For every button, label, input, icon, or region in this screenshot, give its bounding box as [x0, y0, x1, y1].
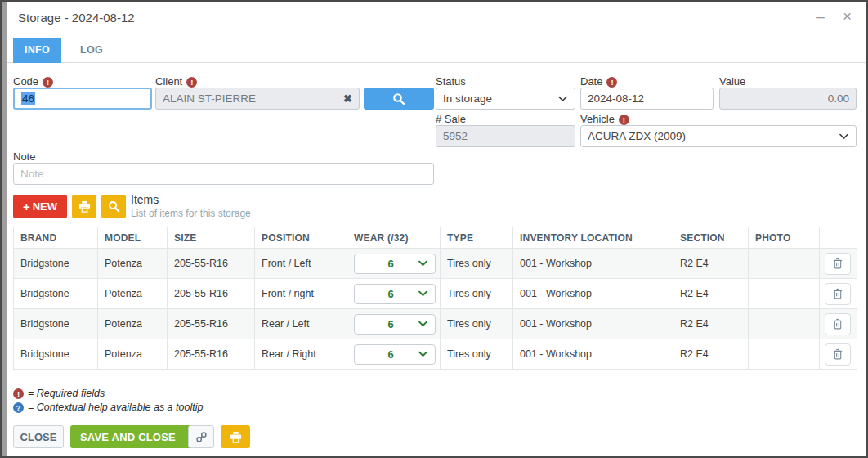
section-cell: R2 E4: [673, 309, 749, 339]
trash-icon: [833, 348, 843, 360]
type-cell: Tires only: [441, 309, 513, 339]
printer-icon: [78, 200, 91, 213]
items-subheading: List of items for this storage: [131, 208, 251, 219]
search-icon: [392, 92, 405, 106]
column-header: SIZE: [168, 227, 255, 249]
photo-cell: [749, 309, 820, 339]
wear-select[interactable]: 6: [354, 284, 436, 304]
photo-cell: [749, 279, 820, 309]
vehicle-value: ACURA ZDX (2009): [588, 130, 686, 142]
print-button[interactable]: [221, 425, 250, 448]
client-search-button[interactable]: [364, 88, 434, 110]
column-header: BRAND: [14, 227, 98, 249]
note-input[interactable]: [13, 163, 434, 185]
close-icon[interactable]: ×: [843, 8, 852, 25]
action-cell: [820, 279, 857, 309]
inventory-location-cell: 001 - Workshop: [513, 339, 673, 370]
status-select[interactable]: In storage: [436, 88, 575, 110]
help-icon: ?: [13, 402, 24, 413]
items-table: BRANDMODELSIZEPOSITIONWEAR (/32)TYPEINVE…: [13, 227, 857, 370]
trash-icon: [833, 318, 843, 330]
wear-select[interactable]: 6: [354, 314, 436, 335]
trash-icon: [833, 288, 843, 299]
close-button[interactable]: CLOSE: [13, 425, 64, 448]
delete-item-button[interactable]: [825, 313, 851, 335]
link-icon: [195, 431, 208, 443]
brand-cell: Bridgstone: [14, 309, 98, 339]
wear-value: 6: [387, 258, 393, 270]
new-item-button[interactable]: + NEW: [13, 195, 67, 218]
type-cell: Tires only: [441, 249, 513, 279]
brand-cell: Bridgstone: [14, 279, 98, 309]
wear-cell: 6: [347, 279, 441, 309]
section-cell: R2 E4: [673, 279, 749, 309]
sale-input[interactable]: 5952: [436, 125, 575, 147]
code-input[interactable]: 46: [13, 88, 152, 110]
wear-cell: 6: [347, 339, 441, 370]
section-cell: R2 E4: [673, 339, 749, 370]
wear-cell: 6: [347, 309, 441, 339]
photo-cell: [749, 339, 820, 370]
position-cell: Rear / Right: [255, 339, 347, 370]
size-cell: 205-55-R16: [168, 309, 255, 339]
value-value: 0.00: [828, 92, 849, 105]
tabs-divider: [7, 62, 866, 63]
items-table-head-row: BRANDMODELSIZEPOSITIONWEAR (/32)TYPEINVE…: [14, 227, 857, 249]
wear-select[interactable]: 6: [354, 254, 436, 274]
trash-icon: [833, 258, 843, 269]
action-cell: [820, 309, 857, 339]
chevron-down-icon: [418, 291, 427, 297]
size-cell: 205-55-R16: [168, 339, 255, 370]
code-value-selected-text: 46: [21, 92, 35, 105]
search-icon: [108, 200, 120, 213]
dialog-title: Storage - 2024-08-12: [18, 11, 135, 25]
size-cell: 205-55-R16: [168, 249, 255, 279]
status-value: In storage: [443, 92, 492, 105]
minimize-icon[interactable]: –: [816, 8, 825, 25]
chevron-down-icon: [558, 96, 567, 101]
code-label: Code!: [13, 75, 53, 88]
vehicle-select[interactable]: ACURA ZDX (2009): [580, 125, 857, 147]
required-icon: !: [13, 388, 24, 399]
legend-help: ? = Contextual help available as a toolt…: [13, 402, 203, 413]
save-and-close-button[interactable]: SAVE AND CLOSE: [70, 425, 186, 448]
type-cell: Tires only: [441, 339, 513, 370]
delete-item-button[interactable]: [825, 283, 851, 305]
tab-log[interactable]: LOG: [69, 38, 114, 63]
table-row: Bridgstone Potenza 205-55-R16 Rear / Lef…: [14, 309, 857, 339]
search-items-button[interactable]: [101, 195, 126, 218]
wear-value: 6: [387, 288, 393, 300]
plus-icon: +: [23, 200, 30, 213]
client-value: ALAIN ST-PIERRE: [163, 92, 256, 105]
column-header: PHOTO: [749, 227, 820, 249]
printer-icon: [230, 431, 242, 443]
clear-client-icon[interactable]: ✖: [343, 92, 352, 105]
note-label: Note: [13, 150, 35, 164]
new-item-label: NEW: [33, 200, 57, 213]
required-icon: !: [606, 77, 617, 88]
required-icon: !: [43, 77, 53, 88]
action-cell: [820, 249, 857, 279]
type-cell: Tires only: [441, 279, 513, 309]
date-input[interactable]: 2024-08-12: [580, 88, 714, 110]
table-row: Bridgstone Potenza 205-55-R16 Rear / Rig…: [14, 339, 857, 370]
table-row: Bridgstone Potenza 205-55-R16 Front / Le…: [14, 249, 857, 279]
client-input[interactable]: ALAIN ST-PIERRE ✖: [155, 88, 360, 110]
delete-item-button[interactable]: [825, 344, 851, 366]
table-row: Bridgstone Potenza 205-55-R16 Front / ri…: [14, 279, 857, 309]
value-input[interactable]: 0.00: [719, 88, 857, 110]
inventory-location-cell: 001 - Workshop: [513, 249, 673, 279]
model-cell: Potenza: [98, 309, 168, 339]
tab-bar: INFO LOG: [13, 38, 114, 63]
wear-select[interactable]: 6: [354, 344, 436, 365]
legend-required: ! = Required fields: [13, 388, 105, 399]
print-items-button[interactable]: [72, 195, 96, 218]
tab-info[interactable]: INFO: [13, 38, 61, 63]
model-cell: Potenza: [98, 339, 168, 370]
delete-item-button[interactable]: [825, 253, 851, 275]
sale-value: 5952: [443, 130, 468, 142]
column-header: INVENTORY LOCATION: [513, 227, 673, 249]
size-cell: 205-55-R16: [168, 279, 255, 309]
vehicle-label: Vehicle!: [580, 113, 629, 126]
copy-link-button[interactable]: [188, 425, 214, 448]
